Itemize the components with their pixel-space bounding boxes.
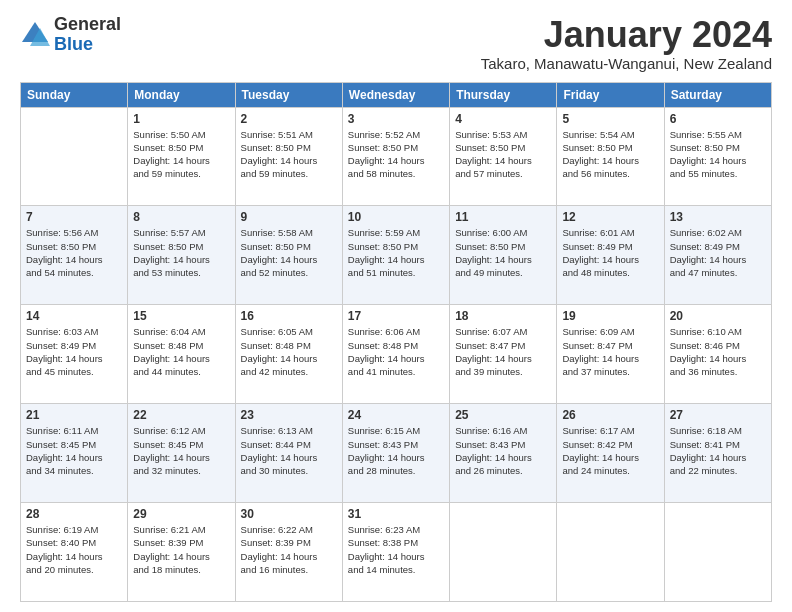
day-info: Sunrise: 6:12 AM Sunset: 8:45 PM Dayligh… <box>133 424 229 477</box>
week-row-4: 21Sunrise: 6:11 AM Sunset: 8:45 PM Dayli… <box>21 404 772 503</box>
calendar-cell: 27Sunrise: 6:18 AM Sunset: 8:41 PM Dayli… <box>664 404 771 503</box>
weekday-header-friday: Friday <box>557 82 664 107</box>
logo-icon <box>20 20 50 50</box>
day-number: 15 <box>133 309 229 323</box>
day-number: 17 <box>348 309 444 323</box>
day-info: Sunrise: 6:02 AM Sunset: 8:49 PM Dayligh… <box>670 226 766 279</box>
day-number: 25 <box>455 408 551 422</box>
day-info: Sunrise: 6:13 AM Sunset: 8:44 PM Dayligh… <box>241 424 337 477</box>
day-info: Sunrise: 6:18 AM Sunset: 8:41 PM Dayligh… <box>670 424 766 477</box>
calendar-cell: 13Sunrise: 6:02 AM Sunset: 8:49 PM Dayli… <box>664 206 771 305</box>
calendar-cell: 4Sunrise: 5:53 AM Sunset: 8:50 PM Daylig… <box>450 107 557 206</box>
day-number: 26 <box>562 408 658 422</box>
subtitle: Takaro, Manawatu-Wanganui, New Zealand <box>481 55 772 72</box>
calendar-cell <box>557 503 664 602</box>
day-info: Sunrise: 6:07 AM Sunset: 8:47 PM Dayligh… <box>455 325 551 378</box>
week-row-1: 1Sunrise: 5:50 AM Sunset: 8:50 PM Daylig… <box>21 107 772 206</box>
day-info: Sunrise: 6:01 AM Sunset: 8:49 PM Dayligh… <box>562 226 658 279</box>
calendar-table: SundayMondayTuesdayWednesdayThursdayFrid… <box>20 82 772 602</box>
day-number: 16 <box>241 309 337 323</box>
day-info: Sunrise: 6:11 AM Sunset: 8:45 PM Dayligh… <box>26 424 122 477</box>
day-info: Sunrise: 6:09 AM Sunset: 8:47 PM Dayligh… <box>562 325 658 378</box>
day-number: 28 <box>26 507 122 521</box>
day-number: 20 <box>670 309 766 323</box>
day-number: 3 <box>348 112 444 126</box>
calendar-cell: 6Sunrise: 5:55 AM Sunset: 8:50 PM Daylig… <box>664 107 771 206</box>
header: General Blue January 2024 Takaro, Manawa… <box>20 15 772 72</box>
weekday-header-tuesday: Tuesday <box>235 82 342 107</box>
calendar-cell: 7Sunrise: 5:56 AM Sunset: 8:50 PM Daylig… <box>21 206 128 305</box>
day-info: Sunrise: 6:21 AM Sunset: 8:39 PM Dayligh… <box>133 523 229 576</box>
day-info: Sunrise: 6:10 AM Sunset: 8:46 PM Dayligh… <box>670 325 766 378</box>
calendar-cell: 1Sunrise: 5:50 AM Sunset: 8:50 PM Daylig… <box>128 107 235 206</box>
calendar-cell: 2Sunrise: 5:51 AM Sunset: 8:50 PM Daylig… <box>235 107 342 206</box>
weekday-header-saturday: Saturday <box>664 82 771 107</box>
day-number: 8 <box>133 210 229 224</box>
day-number: 13 <box>670 210 766 224</box>
day-info: Sunrise: 6:00 AM Sunset: 8:50 PM Dayligh… <box>455 226 551 279</box>
day-number: 5 <box>562 112 658 126</box>
day-number: 18 <box>455 309 551 323</box>
calendar-cell: 20Sunrise: 6:10 AM Sunset: 8:46 PM Dayli… <box>664 305 771 404</box>
calendar-cell: 31Sunrise: 6:23 AM Sunset: 8:38 PM Dayli… <box>342 503 449 602</box>
week-row-5: 28Sunrise: 6:19 AM Sunset: 8:40 PM Dayli… <box>21 503 772 602</box>
day-info: Sunrise: 5:55 AM Sunset: 8:50 PM Dayligh… <box>670 128 766 181</box>
logo-text: General Blue <box>54 15 121 55</box>
weekday-header-wednesday: Wednesday <box>342 82 449 107</box>
calendar-cell <box>450 503 557 602</box>
day-info: Sunrise: 6:04 AM Sunset: 8:48 PM Dayligh… <box>133 325 229 378</box>
day-number: 31 <box>348 507 444 521</box>
day-info: Sunrise: 5:58 AM Sunset: 8:50 PM Dayligh… <box>241 226 337 279</box>
calendar-cell: 23Sunrise: 6:13 AM Sunset: 8:44 PM Dayli… <box>235 404 342 503</box>
weekday-header-monday: Monday <box>128 82 235 107</box>
day-info: Sunrise: 6:05 AM Sunset: 8:48 PM Dayligh… <box>241 325 337 378</box>
logo-blue: Blue <box>54 35 121 55</box>
day-info: Sunrise: 5:54 AM Sunset: 8:50 PM Dayligh… <box>562 128 658 181</box>
main-title: January 2024 <box>481 15 772 55</box>
calendar-cell: 30Sunrise: 6:22 AM Sunset: 8:39 PM Dayli… <box>235 503 342 602</box>
day-number: 9 <box>241 210 337 224</box>
day-number: 1 <box>133 112 229 126</box>
day-number: 11 <box>455 210 551 224</box>
day-info: Sunrise: 6:17 AM Sunset: 8:42 PM Dayligh… <box>562 424 658 477</box>
calendar-cell: 15Sunrise: 6:04 AM Sunset: 8:48 PM Dayli… <box>128 305 235 404</box>
calendar-cell <box>664 503 771 602</box>
logo: General Blue <box>20 15 121 55</box>
day-number: 24 <box>348 408 444 422</box>
calendar-cell: 3Sunrise: 5:52 AM Sunset: 8:50 PM Daylig… <box>342 107 449 206</box>
day-number: 4 <box>455 112 551 126</box>
day-info: Sunrise: 5:50 AM Sunset: 8:50 PM Dayligh… <box>133 128 229 181</box>
calendar-cell: 9Sunrise: 5:58 AM Sunset: 8:50 PM Daylig… <box>235 206 342 305</box>
day-number: 29 <box>133 507 229 521</box>
title-block: January 2024 Takaro, Manawatu-Wanganui, … <box>481 15 772 72</box>
day-number: 12 <box>562 210 658 224</box>
calendar-cell: 26Sunrise: 6:17 AM Sunset: 8:42 PM Dayli… <box>557 404 664 503</box>
day-info: Sunrise: 6:06 AM Sunset: 8:48 PM Dayligh… <box>348 325 444 378</box>
calendar-cell: 22Sunrise: 6:12 AM Sunset: 8:45 PM Dayli… <box>128 404 235 503</box>
day-number: 22 <box>133 408 229 422</box>
weekday-header-row: SundayMondayTuesdayWednesdayThursdayFrid… <box>21 82 772 107</box>
page: General Blue January 2024 Takaro, Manawa… <box>0 0 792 612</box>
day-info: Sunrise: 6:23 AM Sunset: 8:38 PM Dayligh… <box>348 523 444 576</box>
day-info: Sunrise: 6:19 AM Sunset: 8:40 PM Dayligh… <box>26 523 122 576</box>
calendar-cell: 11Sunrise: 6:00 AM Sunset: 8:50 PM Dayli… <box>450 206 557 305</box>
day-number: 10 <box>348 210 444 224</box>
day-number: 7 <box>26 210 122 224</box>
day-number: 27 <box>670 408 766 422</box>
day-info: Sunrise: 5:56 AM Sunset: 8:50 PM Dayligh… <box>26 226 122 279</box>
day-info: Sunrise: 6:22 AM Sunset: 8:39 PM Dayligh… <box>241 523 337 576</box>
weekday-header-thursday: Thursday <box>450 82 557 107</box>
day-number: 14 <box>26 309 122 323</box>
day-number: 21 <box>26 408 122 422</box>
day-number: 2 <box>241 112 337 126</box>
logo-general: General <box>54 15 121 35</box>
calendar-cell: 8Sunrise: 5:57 AM Sunset: 8:50 PM Daylig… <box>128 206 235 305</box>
calendar-cell: 10Sunrise: 5:59 AM Sunset: 8:50 PM Dayli… <box>342 206 449 305</box>
calendar-cell: 16Sunrise: 6:05 AM Sunset: 8:48 PM Dayli… <box>235 305 342 404</box>
day-info: Sunrise: 6:15 AM Sunset: 8:43 PM Dayligh… <box>348 424 444 477</box>
day-info: Sunrise: 5:57 AM Sunset: 8:50 PM Dayligh… <box>133 226 229 279</box>
calendar-cell: 12Sunrise: 6:01 AM Sunset: 8:49 PM Dayli… <box>557 206 664 305</box>
calendar-cell: 24Sunrise: 6:15 AM Sunset: 8:43 PM Dayli… <box>342 404 449 503</box>
calendar-cell: 18Sunrise: 6:07 AM Sunset: 8:47 PM Dayli… <box>450 305 557 404</box>
day-number: 19 <box>562 309 658 323</box>
